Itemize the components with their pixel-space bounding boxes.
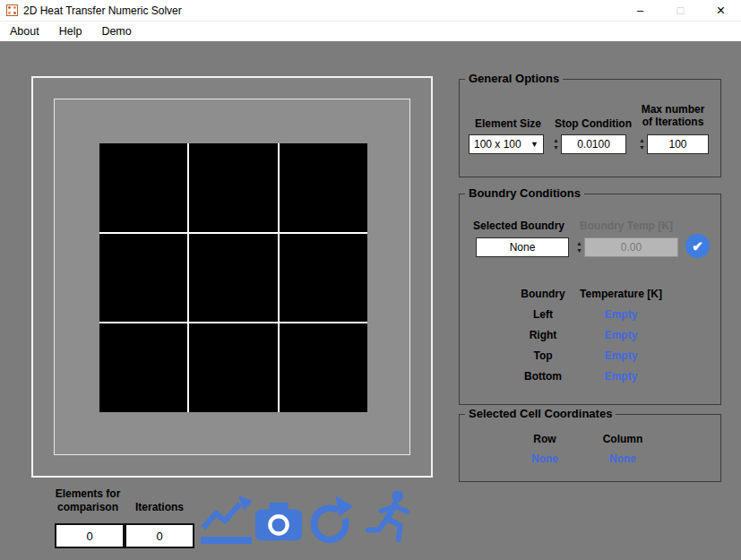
boundry-temp-label: Boundry Temp [K] [574,220,678,232]
max-iterations-input[interactable]: 100 [647,134,709,154]
title-bar: 2D Heat Transfer Numeric Solver – □ × [0,0,741,21]
selected-boundry-select[interactable]: None [476,237,569,257]
runner-icon [366,488,418,546]
minimize-button[interactable]: – [620,0,660,21]
max-iterations-spin-up[interactable]: ▲ [637,137,647,144]
boundry-temp-spinner: ▲ ▼ 0.00 [574,237,678,257]
stop-condition-spinner: ▲ ▼ 0.0100 [551,134,626,154]
max-iterations-spinner: ▲ ▼ 100 [637,134,709,154]
trend-chart-icon [201,495,253,546]
elements-comparison-label-line2: comparison [47,501,129,514]
boundry-temp-value: Empty [572,366,670,387]
grid-cell[interactable] [280,143,367,232]
column-header: Column [573,429,672,449]
grid-cell[interactable] [280,323,367,412]
menu-item-about[interactable]: About [0,22,49,40]
grid-cell[interactable] [99,143,187,232]
selected-boundry-label: Selected Boundry [467,220,571,232]
table-row: Top Empty [460,346,720,366]
element-size-value: 100 x 100 [474,138,521,151]
grid-cell[interactable] [99,234,187,323]
window-controls: – □ × [620,0,741,21]
boundry-temp-value: Empty [572,305,670,325]
element-size-label: Element Size [467,117,549,130]
temperature-column-header: Temperature [K] [572,284,670,305]
app-icon [6,4,18,16]
window-title: 2D Heat Transfer Numeric Solver [23,4,182,17]
plot-axes [54,99,410,455]
boundry-temp-value: Empty [572,325,670,346]
boundry-conditions-title: Boundry Conditions [465,186,584,200]
grid-cell[interactable] [280,234,367,323]
boundry-table-header: Boundry Temperature [K] [460,284,720,305]
grid-cell[interactable] [189,143,277,232]
menu-bar: About Help Demo [0,21,741,41]
snapshot-button[interactable] [254,499,303,544]
selected-cell-group: Selected Cell Coordinates Row Column Non… [459,414,721,482]
stop-condition-label: Stop Condition [549,117,637,130]
selected-cell-header-row: Row Column [460,429,720,449]
menu-item-help[interactable]: Help [49,22,92,40]
boundry-temp-spin-down: ▼ [574,247,584,254]
table-row: Left Empty [460,305,720,325]
max-iterations-spin-down[interactable]: ▼ [637,144,647,151]
application-window: { "window": { "title": "2D Heat Transfer… [0,0,741,560]
selected-column-value: None [573,449,672,469]
stop-condition-input[interactable]: 0.0100 [561,134,626,154]
chevron-down-icon: ▼ [530,140,539,149]
elements-comparison-label: Elements for comparison [47,487,129,514]
close-button[interactable]: × [701,0,741,21]
boundry-temp-value: Empty [572,346,670,366]
iterations-label: Iterations [127,501,192,514]
plot-button[interactable] [201,495,253,546]
selected-cell-value-row: None None [460,449,720,469]
elements-comparison-input[interactable]: 0 [55,523,125,548]
boundry-table: Boundry Temperature [K] Left Empty Right… [460,284,720,387]
menu-item-demo[interactable]: Demo [91,22,141,40]
iterations-input[interactable]: 0 [125,523,194,548]
grid-cell[interactable] [189,323,277,412]
maximize-button[interactable]: □ [660,0,701,21]
boundry-conditions-group: Boundry Conditions Selected Boundry Boun… [459,194,721,405]
table-row: Bottom Empty [460,366,720,387]
selected-cell-title: Selected Cell Coordinates [465,407,616,420]
grid-cell[interactable] [99,323,187,412]
grid-cell[interactable] [189,234,277,323]
stop-condition-spin-down[interactable]: ▼ [551,144,561,151]
boundry-temp-spin-up: ▲ [574,240,584,247]
heat-grid [99,143,367,412]
general-options-group: General Options Element Size Stop Condit… [459,79,721,177]
max-iterations-label-line1: Max number [632,103,714,116]
check-icon: ✔ [692,239,703,253]
apply-boundry-button[interactable]: ✔ [685,234,710,258]
selected-cell-table: Row Column None None [460,429,720,469]
table-row: Right Empty [460,325,720,346]
element-size-select[interactable]: 100 x 100 ▼ [469,134,544,154]
run-button[interactable] [366,488,418,546]
max-iterations-label: Max number of Iterations [632,103,714,128]
reset-button[interactable] [308,494,355,547]
general-options-title: General Options [465,72,563,85]
max-iterations-label-line2: of Iterations [632,116,714,128]
refresh-icon [308,494,355,547]
camera-icon [254,499,303,544]
boundry-temp-input: 0.00 [584,237,678,257]
elements-comparison-label-line1: Elements for [47,487,129,501]
plot-figure [31,76,433,478]
stop-condition-spin-up[interactable]: ▲ [551,137,561,144]
